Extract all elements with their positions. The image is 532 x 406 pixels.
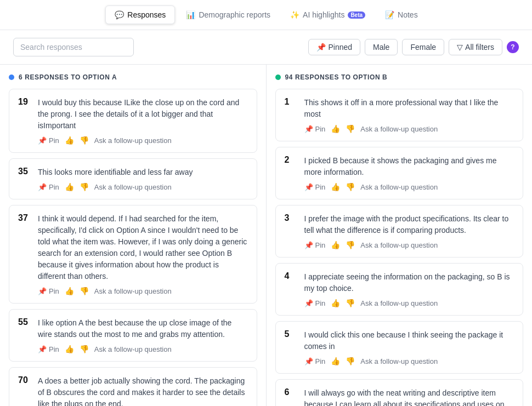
pin-icon: 📌 [316,43,326,52]
follow-up-btn[interactable]: Ask a follow-up question [94,345,172,353]
pin-btn[interactable]: 📌 Pin [304,183,326,191]
pin-btn[interactable]: 📌 Pin [304,241,326,249]
response-card: 55 I like option A the best because the … [9,309,257,362]
pin-icon: 📌 [304,299,313,307]
response-card: 70 A does a better job actually showing … [9,367,257,406]
response-card: 3 I prefer the image with the product sp… [275,205,524,258]
tab-notes[interactable]: 📝 Notes [376,6,427,24]
response-card: 19 I would buy this because ILike the cl… [9,89,257,153]
demographic-icon: 📊 [186,10,195,19]
response-header: 4 I appreciate seeing the information on… [285,271,514,294]
pinned-filter-btn[interactable]: 📌 Pinned [308,39,360,55]
response-card: 35 This looks more identifiable and less… [9,158,257,199]
response-actions: 📌 Pin 👍 👎 Ask a follow-up question [285,124,514,133]
all-filters-btn[interactable]: ▽ All filters [449,39,502,55]
right-section-header: 94 RESPONSES TO OPTION B [275,73,524,81]
follow-up-btn[interactable]: Ask a follow-up question [360,183,438,191]
tab-demographic[interactable]: 📊 Demographic reports [177,6,279,24]
filter-row: 📌 Pinned Male Female ▽ All filters ? [308,39,519,55]
follow-up-btn[interactable]: Ask a follow-up question [360,299,438,307]
top-nav: 💬 Responses 📊 Demographic reports ✨ AI h… [0,0,532,30]
option-b-dot [275,75,281,80]
tab-responses[interactable]: 💬 Responses [105,5,175,24]
response-actions: 📌 Pin 👍 👎 Ask a follow-up question [285,182,514,191]
response-actions: 📌 Pin 👍 👎 Ask a follow-up question [285,357,514,365]
left-column: 6 RESPONSES TO OPTION A 19 I would buy t… [0,65,267,406]
response-card: 6 I will always go with the neat writing… [275,379,524,406]
response-header: 5 I would click this one because I think… [285,329,514,352]
pin-icon: 📌 [304,357,313,365]
response-actions: 📌 Pin 👍 👎 Ask a follow-up question [18,287,248,295]
response-actions: 📌 Pin 👍 👎 Ask a follow-up question [285,241,514,249]
help-icon[interactable]: ? [507,41,519,53]
pin-icon: 📌 [38,183,47,191]
response-header: 35 This looks more identifiable and less… [18,167,248,178]
pin-icon: 📌 [38,136,47,145]
response-header: 2 I picked B because it shows the packag… [285,155,514,178]
follow-up-btn[interactable]: Ask a follow-up question [94,183,172,191]
female-filter-btn[interactable]: Female [402,39,444,55]
response-header: 37 I think it would depend. If I had sea… [18,213,248,282]
tab-ai-highlights[interactable]: ✨ AI highlights Beta [281,6,374,24]
pin-btn[interactable]: 📌 Pin [304,125,326,133]
response-card: 37 I think it would depend. If I had sea… [9,205,257,304]
response-actions: 📌 Pin 👍 👎 Ask a follow-up question [18,345,248,353]
follow-up-btn[interactable]: Ask a follow-up question [360,357,438,365]
response-card: 4 I appreciate seeing the information on… [275,263,524,316]
pin-btn[interactable]: 📌 Pin [38,287,59,295]
pin-btn[interactable]: 📌 Pin [304,299,326,307]
response-actions: 📌 Pin 👍 👎 Ask a follow-up question [18,182,248,191]
left-section-header: 6 RESPONSES TO OPTION A [9,73,257,81]
pin-icon: 📌 [304,125,313,133]
pin-btn[interactable]: 📌 Pin [38,183,59,191]
response-card: 5 I would click this one because I think… [275,321,524,374]
pin-icon: 📌 [38,287,47,295]
pin-btn[interactable]: 📌 Pin [38,136,59,145]
follow-up-btn[interactable]: Ask a follow-up question [94,136,172,145]
response-header: 19 I would buy this because ILike the cl… [18,97,248,131]
male-filter-btn[interactable]: Male [365,39,398,55]
pin-icon: 📌 [38,345,47,353]
response-header: 1 This shows it off in a more profession… [285,97,514,120]
search-bar-row: 📌 Pinned Male Female ▽ All filters ? [0,30,532,65]
notes-icon: 📝 [385,10,394,19]
follow-up-btn[interactable]: Ask a follow-up question [360,241,438,249]
pin-btn[interactable]: 📌 Pin [38,345,59,353]
response-header: 55 I like option A the best because the … [18,317,248,340]
ai-icon: ✨ [290,10,299,19]
pin-icon: 📌 [304,183,313,191]
option-a-dot [9,75,14,80]
follow-up-btn[interactable]: Ask a follow-up question [360,125,438,133]
search-input[interactable] [13,38,134,56]
pin-icon: 📌 [304,241,313,249]
response-header: 6 I will always go with the neat writing… [285,387,514,406]
response-header: 3 I prefer the image with the product sp… [285,213,514,236]
right-column: 94 RESPONSES TO OPTION B 1 This shows it… [267,65,533,406]
response-actions: 📌 Pin 👍 👎 Ask a follow-up question [285,299,514,307]
response-card: 1 This shows it off in a more profession… [275,89,524,141]
response-header: 70 A does a better job actually showing … [18,375,248,406]
beta-badge: Beta [348,12,365,19]
filter-icon: ▽ [457,43,463,52]
pin-btn[interactable]: 📌 Pin [304,357,326,365]
main-content: 6 RESPONSES TO OPTION A 19 I would buy t… [0,65,532,406]
follow-up-btn[interactable]: Ask a follow-up question [94,287,172,295]
response-card: 2 I picked B because it shows the packag… [275,147,524,199]
responses-icon: 💬 [115,10,124,19]
response-actions: 📌 Pin 👍 👎 Ask a follow-up question [18,136,248,145]
